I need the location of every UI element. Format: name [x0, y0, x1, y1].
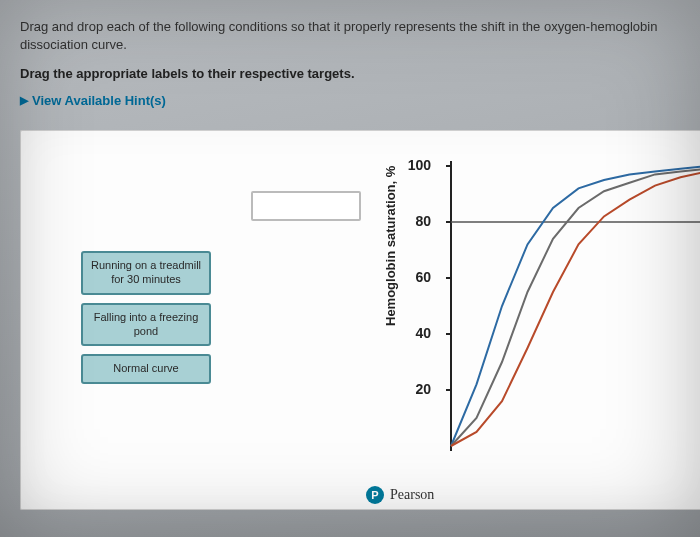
dissociation-chart: Hemoglobin saturation, % 100 80 60 40 20	[391, 151, 700, 481]
draggable-labels-column: Running on a treadmill for 30 minutes Fa…	[81, 251, 211, 392]
curve-normal	[451, 169, 700, 446]
hints-link-label: View Available Hint(s)	[32, 93, 166, 108]
view-hints-link[interactable]: ▶ View Available Hint(s)	[20, 93, 680, 108]
pearson-footer: P Pearson	[366, 486, 434, 504]
drop-target-1[interactable]	[251, 191, 361, 221]
y-tick-40: 40	[415, 325, 431, 341]
y-tick-60: 60	[415, 269, 431, 285]
pearson-logo-icon: P	[366, 486, 384, 504]
y-tick-80: 80	[415, 213, 431, 229]
y-tick-100: 100	[408, 157, 431, 173]
activity-frame: Running on a treadmill for 30 minutes Fa…	[20, 130, 700, 510]
chart-svg	[446, 161, 700, 451]
caret-right-icon: ▶	[20, 94, 28, 107]
instruction-text: Drag and drop each of the following cond…	[20, 18, 680, 54]
label-freezing[interactable]: Falling into a freezing pond	[81, 303, 211, 347]
pearson-brand-text: Pearson	[390, 487, 434, 503]
label-running[interactable]: Running on a treadmill for 30 minutes	[81, 251, 211, 295]
label-normal[interactable]: Normal curve	[81, 354, 211, 384]
curve-left-shifted	[451, 166, 700, 446]
drag-instruction: Drag the appropriate labels to their res…	[20, 66, 680, 81]
y-tick-20: 20	[415, 381, 431, 397]
y-axis-label: Hemoglobin saturation, %	[383, 166, 398, 326]
